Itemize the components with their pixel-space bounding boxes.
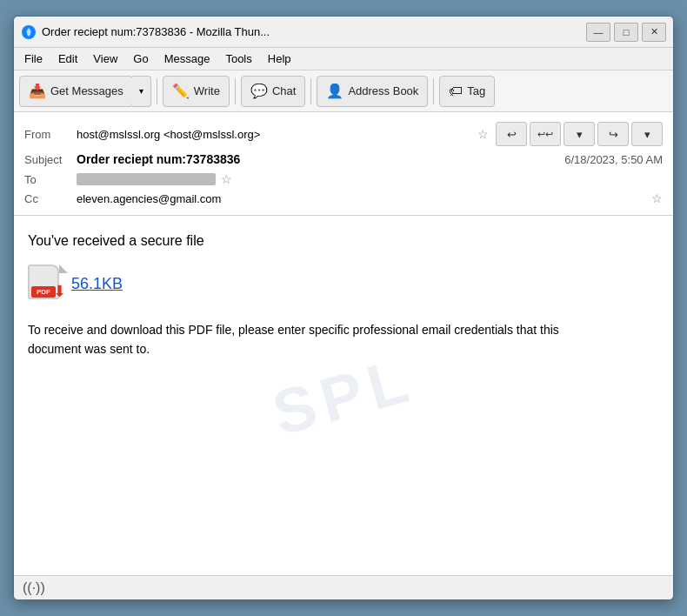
toolbar: 📥 Get Messages ▾ ✏️ Write 💬 Chat 👤 Addre… (14, 70, 673, 112)
tag-icon: 🏷 (449, 84, 463, 99)
forward-button[interactable]: ↪ (597, 122, 629, 146)
window-title: Order reciept num:73783836 - Mozilla Thu… (42, 25, 586, 38)
toolbar-separator-3 (310, 78, 311, 104)
from-label: From (24, 128, 77, 141)
title-bar: Order reciept num:73783836 - Mozilla Thu… (14, 17, 673, 48)
attachment-area: PDF ⬇ 56.1KB (28, 264, 659, 303)
attachment-link[interactable]: 56.1KB (71, 275, 123, 293)
email-header: From host@mslssl.org <host@mslssl.org> ☆… (14, 112, 673, 216)
email-date: 6/18/2023, 5:50 AM (564, 153, 663, 166)
to-redacted-value (77, 173, 216, 185)
minimize-button[interactable]: — (586, 23, 610, 42)
subject-label: Subject (24, 153, 77, 166)
menu-file[interactable]: File (17, 50, 50, 67)
subject-value: Order reciept num:73783836 (77, 152, 564, 166)
email-content: SPL You've received a secure file PDF ⬇ … (14, 216, 673, 575)
menu-go[interactable]: Go (126, 50, 155, 67)
menu-edit[interactable]: Edit (51, 50, 84, 67)
menu-message[interactable]: Message (157, 50, 217, 67)
main-window: Order reciept num:73783836 - Mozilla Thu… (13, 16, 674, 600)
thunderbird-icon (21, 24, 37, 40)
menu-view[interactable]: View (86, 50, 124, 67)
reply-all-button[interactable]: ↩↩ (530, 122, 561, 146)
status-bar: ((·)) (14, 575, 673, 599)
toolbar-separator-1 (157, 78, 157, 104)
to-label: To (24, 173, 77, 186)
toolbar-separator-2 (235, 78, 236, 104)
menu-bar: File Edit View Go Message Tools Help (14, 48, 673, 70)
from-row: From host@mslssl.org <host@mslssl.org> ☆… (24, 119, 663, 149)
close-button[interactable]: ✕ (642, 23, 666, 42)
tag-button[interactable]: 🏷 Tag (439, 76, 495, 107)
get-messages-dropdown[interactable]: ▾ (132, 76, 151, 107)
pdf-icon-corner (59, 264, 68, 273)
cc-value: eleven.agencies@gmail.com (77, 192, 646, 205)
pdf-icon: PDF ⬇ (28, 264, 64, 303)
maximize-button[interactable]: □ (614, 23, 638, 42)
address-book-icon: 👤 (326, 83, 344, 99)
address-book-button[interactable]: 👤 Address Book (317, 76, 428, 107)
menu-help[interactable]: Help (261, 50, 298, 67)
reply-buttons-group: ↩ ↩↩ ▾ ↪ ▾ (496, 122, 663, 146)
to-star-icon[interactable]: ☆ (221, 172, 232, 186)
get-messages-icon: 📥 (29, 83, 46, 99)
window-controls: — □ ✕ (586, 23, 666, 42)
connection-status-icon: ((·)) (23, 580, 45, 596)
cc-row: Cc eleven.agencies@gmail.com ☆ (24, 189, 663, 208)
subject-row: Subject Order reciept num:73783836 6/18/… (24, 149, 663, 170)
chat-button[interactable]: 💬 Chat (241, 76, 305, 107)
pdf-label-text: PDF (31, 286, 56, 298)
cc-label: Cc (24, 192, 77, 205)
get-messages-button[interactable]: 📥 Get Messages (19, 76, 133, 107)
reply-dropdown-button[interactable]: ▾ (564, 122, 595, 146)
pdf-download-arrow: ⬇ (53, 282, 66, 301)
more-button[interactable]: ▾ (631, 122, 663, 146)
secure-file-heading: You've received a secure file (28, 233, 659, 249)
tag-label: Tag (467, 84, 485, 97)
cc-star-icon[interactable]: ☆ (651, 191, 663, 205)
address-book-label: Address Book (348, 84, 418, 97)
chat-label: Chat (272, 84, 296, 97)
write-icon: ✏️ (172, 83, 190, 99)
get-messages-label: Get Messages (50, 84, 123, 97)
from-value: host@mslssl.org <host@mslssl.org> (77, 128, 472, 141)
chat-icon: 💬 (250, 83, 268, 99)
write-label: Write (194, 84, 220, 97)
from-star-icon[interactable]: ☆ (477, 127, 489, 141)
toolbar-separator-4 (433, 78, 434, 104)
menu-tools[interactable]: Tools (218, 50, 258, 67)
download-instructions: To receive and download this PDF file, p… (28, 320, 567, 359)
reply-button[interactable]: ↩ (496, 122, 527, 146)
write-button[interactable]: ✏️ Write (163, 76, 230, 107)
to-row: To ☆ (24, 170, 663, 189)
